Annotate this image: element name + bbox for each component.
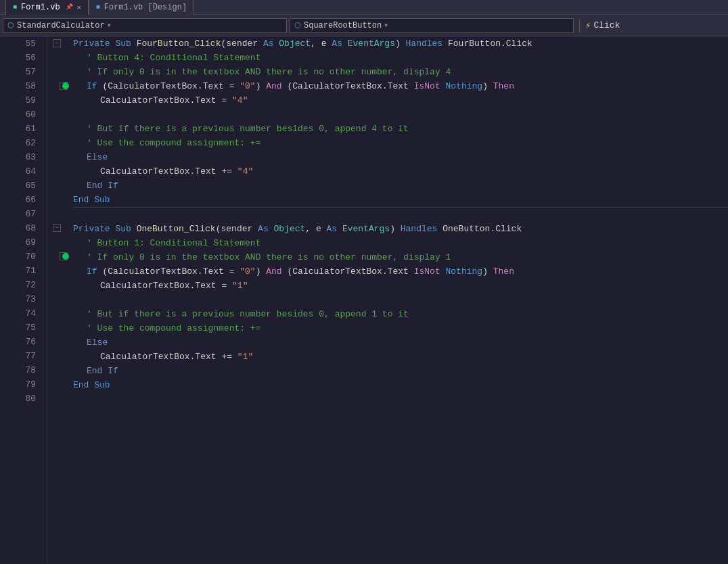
title-bar: ■ Form1.vb 📌 ✕ ■ Form1.vb [Design] xyxy=(0,0,728,15)
code-line xyxy=(73,208,728,222)
line-number: 80 xyxy=(0,392,41,406)
breakpoint-indicator xyxy=(62,83,69,89)
line-number: 64 xyxy=(0,164,41,179)
token: If xyxy=(87,264,102,279)
code-line xyxy=(73,392,728,406)
token: e xyxy=(321,37,332,51)
token: Nothing xyxy=(446,264,483,279)
line-number: 59 xyxy=(0,93,41,108)
token: "4" xyxy=(237,164,253,179)
token: ) xyxy=(482,79,493,93)
line-number: 79 xyxy=(0,377,41,392)
line-number: 74 xyxy=(0,306,41,321)
token: As xyxy=(332,37,347,51)
token: As xyxy=(263,37,279,51)
line-number: 62 xyxy=(0,136,41,150)
token: ) xyxy=(390,222,401,236)
token: As xyxy=(327,222,342,236)
code-line: ' Use the compound assignment: += xyxy=(73,321,728,335)
token: Sub xyxy=(115,222,136,236)
token: ) xyxy=(256,264,267,279)
pin-icon: 📌 xyxy=(66,3,73,11)
token: "1" xyxy=(237,350,253,364)
line-number: 56 xyxy=(0,51,41,65)
toolbar-separator xyxy=(579,19,580,32)
token: CalculatorTextBox.Text = xyxy=(100,93,232,108)
token: Else xyxy=(87,150,108,164)
token: And xyxy=(266,264,287,279)
line-number: 58 xyxy=(0,79,41,93)
token: ' If only 0 is in the textbox AND there … xyxy=(87,250,451,264)
token: CalculatorTextBox.Text += xyxy=(100,350,237,364)
code-line: ' Button 4: Conditional Statement xyxy=(73,51,728,65)
token: CalculatorTextBox.Text += xyxy=(100,164,237,179)
event-label: Click xyxy=(593,20,620,30)
line-number: 70 xyxy=(0,250,41,264)
line-number: 78 xyxy=(0,363,41,377)
editor-container: 5556575859606162636465666768697071727374… xyxy=(0,37,728,564)
code-area[interactable]: Private Sub FourButton_Click(sender As O… xyxy=(68,37,728,564)
code-line: End If xyxy=(73,179,728,193)
token: Else xyxy=(87,335,108,350)
code-line: ' But if there is a previous number besi… xyxy=(73,307,728,321)
code-line: ' Button 1: Conditional Statement xyxy=(73,236,728,250)
line-number: 55 xyxy=(0,37,41,51)
code-line: ' If only 0 is in the textbox AND there … xyxy=(73,250,728,264)
breakpoint-indicator xyxy=(62,253,69,260)
token: Object xyxy=(279,37,311,51)
code-line: Private Sub FourButton_Click(sender As O… xyxy=(73,37,728,51)
code-line: End Sub xyxy=(73,193,728,207)
token: ' But if there is a previous number besi… xyxy=(87,307,409,321)
code-line: If (CalculatorTextBox.Text = "0") And (C… xyxy=(73,264,728,279)
token: ' Button 1: Conditional Statement xyxy=(87,236,260,250)
token: Object xyxy=(274,222,306,236)
token: , xyxy=(311,37,321,51)
line-number: 63 xyxy=(0,150,41,164)
code-line: If (CalculatorTextBox.Text = "0") And (C… xyxy=(73,79,728,93)
design-file-icon: ■ xyxy=(96,3,100,11)
line-number: 65 xyxy=(0,179,41,193)
line-number: 72 xyxy=(0,278,41,292)
toolbar: ⬡ StandardCalculator ▼ ⬡ SquareRootButto… xyxy=(0,15,728,37)
token: , xyxy=(305,222,316,236)
token: ) xyxy=(482,264,493,279)
code-line: ' If only 0 is in the textbox AND there … xyxy=(73,65,728,79)
token: FourButton_Click xyxy=(137,37,221,51)
member-icon: ⬡ xyxy=(294,21,301,30)
tab-form1-design[interactable]: ■ Form1.vb [Design] xyxy=(89,0,194,15)
class-dropdown-value: StandardCalculator xyxy=(17,21,105,30)
token: (CalculatorTextBox.Text xyxy=(287,79,413,93)
token: Handles xyxy=(406,37,448,51)
tab-form1-vb[interactable]: ■ Form1.vb 📌 ✕ xyxy=(5,0,89,15)
class-dropdown[interactable]: ⬡ StandardCalculator ▼ xyxy=(3,18,287,33)
token: sender xyxy=(221,222,258,236)
tab-close-btn[interactable]: ✕ xyxy=(77,3,81,11)
collapse-marker[interactable]: − xyxy=(53,39,61,47)
token: ' If only 0 is in the textbox AND there … xyxy=(87,65,451,79)
token: EventArgs xyxy=(348,37,395,51)
token: End Sub xyxy=(73,193,110,207)
line-number: 68 xyxy=(0,221,41,235)
token: End If xyxy=(87,364,118,378)
line-number: 71 xyxy=(0,264,41,278)
code-line: Else xyxy=(73,150,728,164)
token: ( xyxy=(216,222,221,236)
token: As xyxy=(258,222,273,236)
lightning-icon: ⚡ xyxy=(585,20,591,31)
vb-file-icon: ■ xyxy=(13,3,17,11)
token: Private xyxy=(73,222,115,236)
line-number: 57 xyxy=(0,65,41,79)
code-line: CalculatorTextBox.Text += "4" xyxy=(73,164,728,179)
member-dropdown[interactable]: ⬡ SquareRootButton ▼ xyxy=(290,18,574,33)
token: Sub xyxy=(115,37,136,51)
token: ' Use the compound assignment: += xyxy=(87,136,260,150)
token: Nothing xyxy=(446,79,483,93)
token: EventArgs xyxy=(342,222,390,236)
token: IsNot xyxy=(414,79,446,93)
collapse-marker[interactable]: − xyxy=(53,224,61,232)
token: IsNot xyxy=(414,264,446,279)
code-line: End Sub xyxy=(73,378,728,392)
class-dropdown-arrow: ▼ xyxy=(108,22,111,28)
token: Then xyxy=(493,264,514,279)
token: ' But if there is a previous number besi… xyxy=(87,122,409,136)
